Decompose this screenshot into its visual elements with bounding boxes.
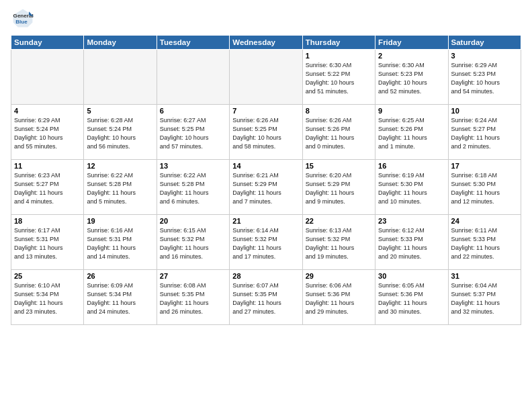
calendar-week-row: 18Sunrise: 6:17 AM Sunset: 5:31 PM Dayli… xyxy=(11,215,521,270)
calendar-day-cell: 6Sunrise: 6:27 AM Sunset: 5:25 PM Daylig… xyxy=(157,105,229,160)
logo: General Blue xyxy=(11,7,38,31)
day-info: Sunrise: 6:29 AM Sunset: 5:23 PM Dayligh… xyxy=(451,61,518,96)
day-info: Sunrise: 6:12 AM Sunset: 5:33 PM Dayligh… xyxy=(378,226,445,261)
day-info: Sunrise: 6:30 AM Sunset: 5:22 PM Dayligh… xyxy=(306,61,372,96)
day-info: Sunrise: 6:06 AM Sunset: 5:36 PM Dayligh… xyxy=(306,281,372,316)
day-info: Sunrise: 6:20 AM Sunset: 5:29 PM Dayligh… xyxy=(306,171,372,206)
calendar-day-cell: 16Sunrise: 6:19 AM Sunset: 5:30 PM Dayli… xyxy=(375,160,448,215)
day-info: Sunrise: 6:29 AM Sunset: 5:24 PM Dayligh… xyxy=(14,116,81,151)
day-number: 15 xyxy=(306,162,372,170)
day-number: 10 xyxy=(451,107,518,115)
calendar-day-cell xyxy=(230,50,302,105)
calendar-day-cell: 15Sunrise: 6:20 AM Sunset: 5:29 PM Dayli… xyxy=(302,160,375,215)
day-info: Sunrise: 6:10 AM Sunset: 5:34 PM Dayligh… xyxy=(14,281,81,316)
calendar-day-cell: 2Sunrise: 6:30 AM Sunset: 5:23 PM Daylig… xyxy=(375,50,448,105)
day-number: 7 xyxy=(232,107,299,115)
calendar-body: 1Sunrise: 6:30 AM Sunset: 5:22 PM Daylig… xyxy=(11,50,521,325)
day-info: Sunrise: 6:26 AM Sunset: 5:25 PM Dayligh… xyxy=(232,116,299,151)
calendar-day-cell: 11Sunrise: 6:23 AM Sunset: 5:27 PM Dayli… xyxy=(11,160,84,215)
calendar-day-cell: 14Sunrise: 6:21 AM Sunset: 5:29 PM Dayli… xyxy=(230,160,302,215)
day-info: Sunrise: 6:28 AM Sunset: 5:24 PM Dayligh… xyxy=(87,116,153,151)
day-number: 21 xyxy=(232,217,299,225)
calendar-day-cell: 23Sunrise: 6:12 AM Sunset: 5:33 PM Dayli… xyxy=(375,215,448,270)
calendar-week-row: 4Sunrise: 6:29 AM Sunset: 5:24 PM Daylig… xyxy=(11,105,521,160)
weekday-cell: Saturday xyxy=(448,36,521,50)
day-number: 11 xyxy=(14,162,81,170)
weekday-cell: Sunday xyxy=(11,36,84,50)
day-info: Sunrise: 6:08 AM Sunset: 5:35 PM Dayligh… xyxy=(160,281,226,316)
calendar-day-cell: 10Sunrise: 6:24 AM Sunset: 5:27 PM Dayli… xyxy=(448,105,521,160)
day-number: 31 xyxy=(451,272,518,280)
calendar-day-cell: 9Sunrise: 6:25 AM Sunset: 5:26 PM Daylig… xyxy=(375,105,448,160)
calendar-day-cell: 19Sunrise: 6:16 AM Sunset: 5:31 PM Dayli… xyxy=(84,215,157,270)
calendar-day-cell: 30Sunrise: 6:05 AM Sunset: 5:36 PM Dayli… xyxy=(375,270,448,325)
day-info: Sunrise: 6:15 AM Sunset: 5:32 PM Dayligh… xyxy=(160,226,226,261)
weekday-cell: Thursday xyxy=(302,36,375,50)
calendar-day-cell: 21Sunrise: 6:14 AM Sunset: 5:32 PM Dayli… xyxy=(230,215,302,270)
calendar-day-cell: 27Sunrise: 6:08 AM Sunset: 5:35 PM Dayli… xyxy=(157,270,229,325)
calendar-day-cell: 18Sunrise: 6:17 AM Sunset: 5:31 PM Dayli… xyxy=(11,215,84,270)
day-info: Sunrise: 6:05 AM Sunset: 5:36 PM Dayligh… xyxy=(378,281,445,316)
day-info: Sunrise: 6:23 AM Sunset: 5:27 PM Dayligh… xyxy=(14,171,81,206)
day-info: Sunrise: 6:16 AM Sunset: 5:31 PM Dayligh… xyxy=(87,226,153,261)
day-number: 27 xyxy=(160,272,226,280)
day-info: Sunrise: 6:27 AM Sunset: 5:25 PM Dayligh… xyxy=(160,116,226,151)
calendar-day-cell: 4Sunrise: 6:29 AM Sunset: 5:24 PM Daylig… xyxy=(11,105,84,160)
calendar-day-cell: 3Sunrise: 6:29 AM Sunset: 5:23 PM Daylig… xyxy=(448,50,521,105)
day-number: 18 xyxy=(14,217,81,225)
calendar-day-cell: 8Sunrise: 6:26 AM Sunset: 5:26 PM Daylig… xyxy=(302,105,375,160)
calendar-day-cell: 17Sunrise: 6:18 AM Sunset: 5:30 PM Dayli… xyxy=(448,160,521,215)
calendar-table: SundayMondayTuesdayWednesdayThursdayFrid… xyxy=(11,35,521,325)
day-number: 13 xyxy=(160,162,226,170)
day-info: Sunrise: 6:18 AM Sunset: 5:30 PM Dayligh… xyxy=(451,171,518,206)
day-info: Sunrise: 6:24 AM Sunset: 5:27 PM Dayligh… xyxy=(451,116,518,151)
day-info: Sunrise: 6:11 AM Sunset: 5:33 PM Dayligh… xyxy=(451,226,518,261)
day-number: 16 xyxy=(378,162,445,170)
calendar-day-cell: 13Sunrise: 6:22 AM Sunset: 5:28 PM Dayli… xyxy=(157,160,229,215)
calendar-day-cell: 5Sunrise: 6:28 AM Sunset: 5:24 PM Daylig… xyxy=(84,105,157,160)
calendar-week-row: 11Sunrise: 6:23 AM Sunset: 5:27 PM Dayli… xyxy=(11,160,521,215)
day-number: 4 xyxy=(14,107,81,115)
calendar-day-cell: 31Sunrise: 6:04 AM Sunset: 5:37 PM Dayli… xyxy=(448,270,521,325)
day-info: Sunrise: 6:19 AM Sunset: 5:30 PM Dayligh… xyxy=(378,171,445,206)
calendar-day-cell: 26Sunrise: 6:09 AM Sunset: 5:34 PM Dayli… xyxy=(84,270,157,325)
day-info: Sunrise: 6:22 AM Sunset: 5:28 PM Dayligh… xyxy=(160,171,226,206)
day-number: 8 xyxy=(306,107,372,115)
day-info: Sunrise: 6:30 AM Sunset: 5:23 PM Dayligh… xyxy=(378,61,445,96)
day-number: 28 xyxy=(232,272,299,280)
header: General Blue xyxy=(11,7,521,31)
day-info: Sunrise: 6:22 AM Sunset: 5:28 PM Dayligh… xyxy=(87,171,153,206)
calendar-day-cell xyxy=(157,50,229,105)
day-info: Sunrise: 6:09 AM Sunset: 5:34 PM Dayligh… xyxy=(87,281,153,316)
day-info: Sunrise: 6:26 AM Sunset: 5:26 PM Dayligh… xyxy=(306,116,372,151)
calendar-day-cell: 25Sunrise: 6:10 AM Sunset: 5:34 PM Dayli… xyxy=(11,270,84,325)
day-info: Sunrise: 6:14 AM Sunset: 5:32 PM Dayligh… xyxy=(232,226,299,261)
day-info: Sunrise: 6:21 AM Sunset: 5:29 PM Dayligh… xyxy=(232,171,299,206)
calendar-day-cell: 28Sunrise: 6:07 AM Sunset: 5:35 PM Dayli… xyxy=(230,270,302,325)
svg-text:Blue: Blue xyxy=(15,19,28,25)
calendar-day-cell: 1Sunrise: 6:30 AM Sunset: 5:22 PM Daylig… xyxy=(302,50,375,105)
day-number: 14 xyxy=(232,162,299,170)
day-number: 2 xyxy=(378,52,445,60)
day-number: 3 xyxy=(451,52,518,60)
day-number: 20 xyxy=(160,217,226,225)
day-info: Sunrise: 6:07 AM Sunset: 5:35 PM Dayligh… xyxy=(232,281,299,316)
day-number: 30 xyxy=(378,272,445,280)
weekday-header-row: SundayMondayTuesdayWednesdayThursdayFrid… xyxy=(11,36,521,50)
calendar-day-cell: 7Sunrise: 6:26 AM Sunset: 5:25 PM Daylig… xyxy=(230,105,302,160)
weekday-cell: Tuesday xyxy=(157,36,229,50)
day-number: 26 xyxy=(87,272,153,280)
day-info: Sunrise: 6:04 AM Sunset: 5:37 PM Dayligh… xyxy=(451,281,518,316)
day-number: 12 xyxy=(87,162,153,170)
calendar-day-cell: 12Sunrise: 6:22 AM Sunset: 5:28 PM Dayli… xyxy=(84,160,157,215)
calendar-week-row: 1Sunrise: 6:30 AM Sunset: 5:22 PM Daylig… xyxy=(11,50,521,105)
day-info: Sunrise: 6:25 AM Sunset: 5:26 PM Dayligh… xyxy=(378,116,445,151)
calendar-day-cell: 22Sunrise: 6:13 AM Sunset: 5:32 PM Dayli… xyxy=(302,215,375,270)
day-number: 22 xyxy=(306,217,372,225)
calendar-week-row: 25Sunrise: 6:10 AM Sunset: 5:34 PM Dayli… xyxy=(11,270,521,325)
day-number: 29 xyxy=(306,272,372,280)
calendar-day-cell xyxy=(84,50,157,105)
day-number: 23 xyxy=(378,217,445,225)
day-info: Sunrise: 6:17 AM Sunset: 5:31 PM Dayligh… xyxy=(14,226,81,261)
weekday-cell: Monday xyxy=(84,36,157,50)
